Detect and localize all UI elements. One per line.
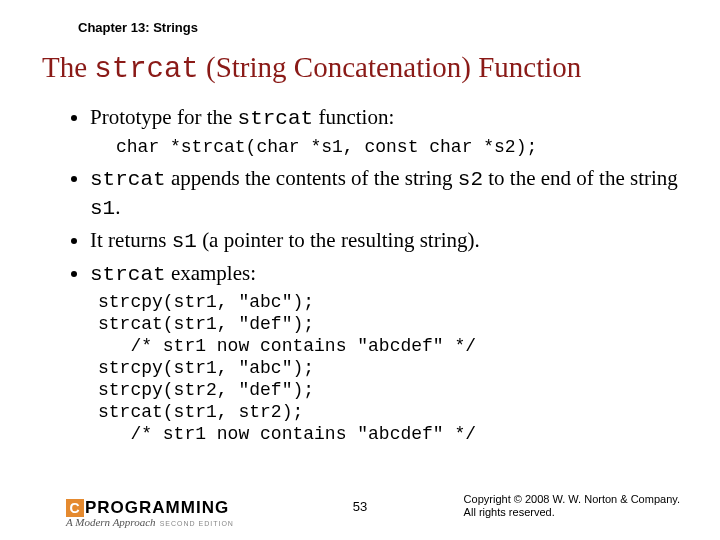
bullet-1: Prototype for the strcat function: [90, 104, 680, 133]
b2-code2: s2 [458, 168, 483, 191]
b2-end: . [115, 195, 120, 219]
prototype-code: char *strcat(char *s1, const char *s2); [116, 137, 680, 157]
footer: CPROGRAMMING A Modern ApproachSECOND EDI… [0, 484, 720, 530]
page-number: 53 [353, 499, 367, 514]
logo-text: PROGRAMMING [85, 498, 229, 517]
b2-code1: strcat [90, 168, 166, 191]
title-post: (String Concatenation) Function [199, 51, 582, 83]
copyright: Copyright © 2008 W. W. Norton & Company.… [464, 493, 680, 521]
b1-post: function: [313, 105, 394, 129]
slide-title: The strcat (String Concatenation) Functi… [42, 51, 680, 86]
b3-pre: It returns [90, 228, 172, 252]
title-code: strcat [94, 53, 198, 86]
b2-mid2: to the end of the string [483, 166, 678, 190]
logo-sub-text: A Modern Approach [66, 516, 156, 528]
logo-edition: SECOND EDITION [160, 520, 234, 527]
b4-code: strcat [90, 263, 166, 286]
b3-post: (a pointer to the resulting string). [197, 228, 480, 252]
logo-subtitle: A Modern ApproachSECOND EDITION [66, 516, 234, 528]
logo-title: CPROGRAMMING [66, 498, 234, 518]
copyright-line2: All rights reserved. [464, 506, 680, 520]
copyright-line1: Copyright © 2008 W. W. Norton & Company. [464, 493, 680, 507]
b2-mid1: appends the contents of the string [166, 166, 458, 190]
b2-code3: s1 [90, 197, 115, 220]
chapter-label: Chapter 13: Strings [78, 20, 680, 35]
book-logo: CPROGRAMMING A Modern ApproachSECOND EDI… [66, 498, 234, 528]
bullet-2: strcat appends the contents of the strin… [90, 165, 680, 223]
logo-c-icon: C [66, 499, 84, 517]
bullet-list-2: strcat appends the contents of the strin… [60, 165, 680, 289]
bullet-4: strcat examples: [90, 260, 680, 289]
title-pre: The [42, 51, 94, 83]
b4-post: examples: [166, 261, 256, 285]
b1-pre: Prototype for the [90, 105, 238, 129]
b3-code: s1 [172, 230, 197, 253]
b1-code: strcat [238, 107, 314, 130]
bullet-3: It returns s1 (a pointer to the resultin… [90, 227, 680, 256]
example-code: strcpy(str1, "abc"); strcat(str1, "def")… [98, 292, 680, 446]
slide: Chapter 13: Strings The strcat (String C… [0, 0, 720, 540]
bullet-list: Prototype for the strcat function: [60, 104, 680, 133]
